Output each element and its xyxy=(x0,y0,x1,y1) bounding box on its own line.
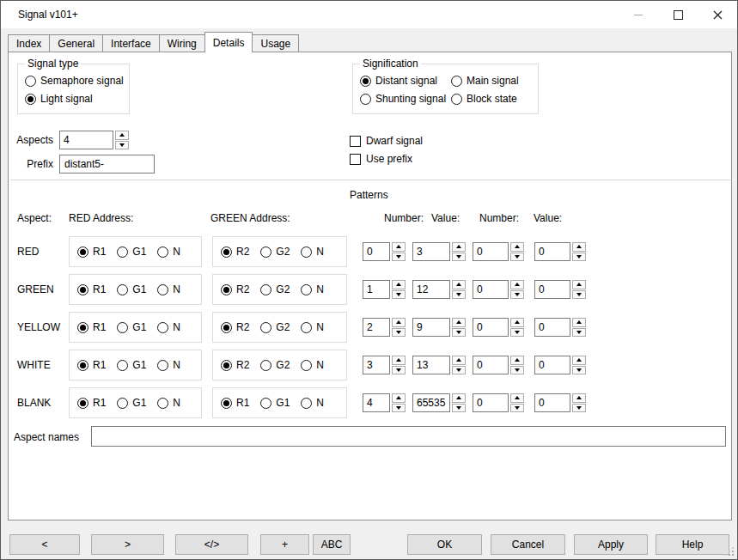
white-number-1-spinner-up-button[interactable] xyxy=(392,356,406,365)
white-value-2-spinner-field[interactable]: 0 xyxy=(534,356,570,374)
yellow-value-1-spinner-up-button[interactable] xyxy=(452,318,466,327)
red-value-1-spinner-field[interactable]: 3 xyxy=(412,242,450,261)
radio-green-green-n[interactable]: N xyxy=(301,283,324,295)
white-value-1-spinner-field[interactable]: 13 xyxy=(412,356,450,374)
white-value-1-spinner-down-button[interactable] xyxy=(452,366,466,375)
yellow-value-2-spinner-up-button[interactable] xyxy=(572,318,586,327)
radio-green-red-g1[interactable]: G1 xyxy=(117,283,146,295)
radio-yellow-red-r1[interactable]: R1 xyxy=(77,321,106,333)
white-number-1-spinner-field[interactable]: 3 xyxy=(363,356,390,374)
resize-grip-icon[interactable] xyxy=(724,546,735,557)
blank-value-1-spinner-field[interactable]: 65535 xyxy=(412,393,450,412)
green-value-2-spinner-down-button[interactable] xyxy=(572,290,586,300)
blank-number-1-spinner-up-button[interactable] xyxy=(392,393,406,403)
radio-signal-type-semaphore-signal[interactable]: Semaphore signal xyxy=(25,75,124,87)
next-button[interactable]: > xyxy=(91,534,164,555)
yellow-value-1-spinner-down-button[interactable] xyxy=(452,328,466,338)
radio-yellow-green-n[interactable]: N xyxy=(301,321,324,333)
radio-signification-distant-signal[interactable]: Distant signal xyxy=(360,75,451,87)
radio-yellow-red-n[interactable]: N xyxy=(157,321,180,333)
radio-blank-green-r1[interactable]: R1 xyxy=(221,397,249,409)
radio-white-red-r1[interactable]: R1 xyxy=(77,359,106,371)
aspect-names-input[interactable] xyxy=(91,426,726,447)
red-value-1-spinner-down-button[interactable] xyxy=(452,253,466,262)
radio-blank-red-n[interactable]: N xyxy=(157,397,180,409)
white-value-1-spinner-up-button[interactable] xyxy=(452,356,466,365)
aspects-spinner-field[interactable]: 4 xyxy=(59,131,113,149)
radio-green-red-n[interactable]: N xyxy=(157,283,180,295)
blank-value-2-spinner-up-button[interactable] xyxy=(572,393,586,403)
radio-blank-green-n[interactable]: N xyxy=(301,397,324,409)
title-bar[interactable]: Signal v101+ xyxy=(1,1,737,28)
radio-white-green-r2[interactable]: R2 xyxy=(221,359,249,371)
radio-green-green-g2[interactable]: G2 xyxy=(260,283,290,295)
prev-button[interactable]: < xyxy=(9,534,80,555)
radio-green-red-r1[interactable]: R1 xyxy=(77,283,106,295)
green-number-1-spinner-down-button[interactable] xyxy=(392,290,406,300)
radio-signification-block-state[interactable]: Block state xyxy=(451,93,533,105)
radio-blank-green-g1[interactable]: G1 xyxy=(260,397,290,409)
apply-button[interactable]: Apply xyxy=(574,534,648,555)
white-number-2-spinner-up-button[interactable] xyxy=(510,356,524,365)
tab-index[interactable]: Index xyxy=(8,34,50,52)
radio-white-red-n[interactable]: N xyxy=(157,359,180,371)
abc-button[interactable]: ABC xyxy=(313,534,351,555)
radio-red-green-n[interactable]: N xyxy=(301,246,324,258)
radio-signification-main-signal[interactable]: Main signal xyxy=(451,75,533,87)
radio-blank-red-g1[interactable]: G1 xyxy=(117,397,146,409)
red-number-1-spinner-field[interactable]: 0 xyxy=(363,242,390,261)
radio-yellow-green-g2[interactable]: G2 xyxy=(260,321,290,333)
radio-white-green-n[interactable]: N xyxy=(301,359,324,371)
red-value-2-spinner-up-button[interactable] xyxy=(572,242,586,252)
radio-yellow-green-r2[interactable]: R2 xyxy=(221,321,249,333)
green-number-1-spinner-up-button[interactable] xyxy=(392,280,406,289)
tab-general[interactable]: General xyxy=(49,34,103,52)
blank-value-1-spinner-up-button[interactable] xyxy=(452,393,466,403)
maximize-button[interactable] xyxy=(658,1,698,28)
help-button[interactable]: Help xyxy=(656,534,729,555)
yellow-value-2-spinner-down-button[interactable] xyxy=(572,328,586,338)
yellow-number-1-spinner-up-button[interactable] xyxy=(392,318,406,327)
white-value-2-spinner-up-button[interactable] xyxy=(572,356,586,365)
red-value-2-spinner-down-button[interactable] xyxy=(572,253,586,262)
yellow-value-1-spinner-field[interactable]: 9 xyxy=(412,318,450,337)
add-button[interactable]: + xyxy=(260,534,309,555)
yellow-value-2-spinner-field[interactable]: 0 xyxy=(534,318,570,337)
use-prefix-checkbox[interactable]: Use prefix xyxy=(350,153,412,165)
red-number-1-spinner-up-button[interactable] xyxy=(392,242,406,252)
radio-red-green-g2[interactable]: G2 xyxy=(260,246,290,258)
dwarf-signal-checkbox[interactable]: Dwarf signal xyxy=(350,135,423,147)
aspects-spinner-down-button[interactable] xyxy=(115,141,129,150)
blank-value-2-spinner-field[interactable]: 0 xyxy=(534,393,570,412)
yellow-number-1-spinner-field[interactable]: 2 xyxy=(363,318,390,337)
radio-red-red-g1[interactable]: G1 xyxy=(117,246,146,258)
red-number-2-spinner-field[interactable]: 0 xyxy=(473,242,509,261)
blank-number-1-spinner-down-button[interactable] xyxy=(392,404,406,413)
yellow-number-1-spinner-down-button[interactable] xyxy=(392,328,406,338)
yellow-number-2-spinner-up-button[interactable] xyxy=(510,318,524,327)
close-button[interactable] xyxy=(698,1,737,28)
green-number-1-spinner-field[interactable]: 1 xyxy=(363,280,390,299)
green-number-2-spinner-field[interactable]: 0 xyxy=(473,280,509,299)
ok-button[interactable]: OK xyxy=(407,534,482,555)
green-value-1-spinner-field[interactable]: 12 xyxy=(412,280,450,299)
yellow-number-2-spinner-down-button[interactable] xyxy=(510,328,524,338)
radio-white-red-g1[interactable]: G1 xyxy=(117,359,146,371)
red-value-2-spinner-field[interactable]: 0 xyxy=(534,242,570,261)
blank-number-2-spinner-field[interactable]: 0 xyxy=(473,393,509,412)
code-button[interactable]: </> xyxy=(175,534,248,555)
blank-value-1-spinner-down-button[interactable] xyxy=(452,404,466,413)
red-number-2-spinner-up-button[interactable] xyxy=(510,242,524,252)
yellow-number-2-spinner-field[interactable]: 0 xyxy=(473,318,509,337)
red-value-1-spinner-up-button[interactable] xyxy=(452,242,466,252)
tab-wiring[interactable]: Wiring xyxy=(159,34,205,52)
green-number-2-spinner-down-button[interactable] xyxy=(510,290,524,300)
minimize-button[interactable] xyxy=(619,1,658,28)
radio-yellow-red-g1[interactable]: G1 xyxy=(117,321,146,333)
radio-red-red-n[interactable]: N xyxy=(157,246,180,258)
radio-white-green-g2[interactable]: G2 xyxy=(260,359,290,371)
red-number-2-spinner-down-button[interactable] xyxy=(510,253,524,262)
radio-red-red-r1[interactable]: R1 xyxy=(77,246,106,258)
green-value-2-spinner-field[interactable]: 0 xyxy=(534,280,570,299)
green-value-2-spinner-up-button[interactable] xyxy=(572,280,586,289)
